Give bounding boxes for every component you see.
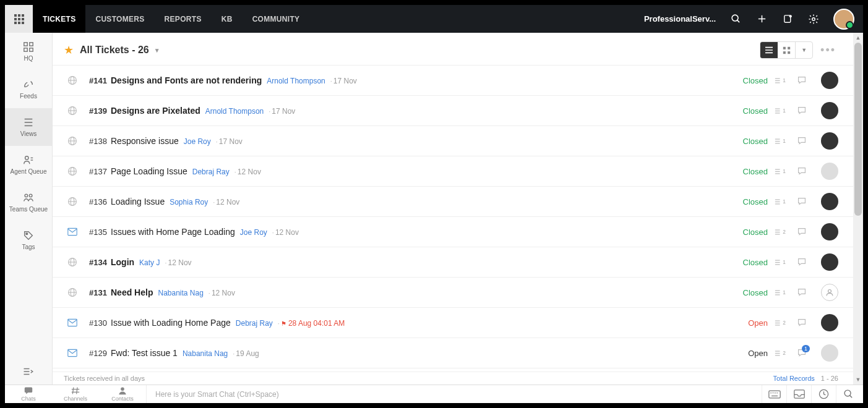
sidebar-item-feeds[interactable]: Feeds [5,70,52,108]
inbox-icon[interactable] [786,385,811,403]
thread-count[interactable]: 2 [768,229,793,236]
sidebar-item-agent-queue[interactable]: Agent Queue [5,146,52,184]
comment-icon[interactable] [793,137,811,145]
assignee-avatar[interactable] [821,163,838,180]
nav-tab-tickets[interactable]: TICKETS [33,5,85,33]
assignee-unassigned-icon[interactable] [821,284,838,301]
total-records-link[interactable]: Total Records [773,375,815,382]
sidebar-item-views[interactable]: Views [5,108,52,146]
ticket-row[interactable]: #139Designs are PixelatedArnold Thompson… [53,95,853,125]
ticket-contact[interactable]: Nabanita Nag [158,289,203,297]
ticket-date: 17 Nov [333,77,357,85]
assignee-avatar[interactable] [821,223,838,240]
ticket-contact[interactable]: Joe Roy [240,228,267,237]
apps-menu-button[interactable] [5,5,33,33]
ticket-status[interactable]: Closed [729,167,768,176]
thread-count[interactable]: 1 [768,77,793,84]
thread-count[interactable]: 1 [768,289,793,296]
ticket-row[interactable]: #130Issue with Loading Home PageDebraj R… [53,307,853,338]
keyboard-shortcuts-icon[interactable] [762,385,786,403]
ticket-row[interactable]: #135Issues with Home Page LoadingJoe Roy… [53,216,853,247]
comment-icon[interactable] [793,318,811,327]
ticket-status[interactable]: Closed [729,76,768,85]
scroll-thumb[interactable] [854,43,862,216]
ticket-row[interactable]: #138Responsive issueJoe Roy· 17 NovClose… [53,125,853,156]
comment-icon[interactable] [793,288,811,297]
ticket-contact[interactable]: Nabanita Nag [183,349,228,358]
sidebar-item-teams-queue[interactable]: Teams Queue [5,184,52,221]
view-title[interactable]: All Tickets - 26 [80,45,149,56]
ticket-contact[interactable]: Joe Roy [184,137,211,146]
ticket-contact[interactable]: Sophia Roy [170,198,208,206]
ticket-status[interactable]: Closed [729,137,768,146]
ticket-row[interactable]: #136Loading IssueSophia Roy· 12 NovClose… [53,186,853,216]
ticket-status[interactable]: Closed [729,288,768,297]
nav-tab-customers[interactable]: CUSTOMERS [85,5,154,33]
vertical-scrollbar[interactable]: ▲ ▼ [853,33,863,385]
grid-view-button[interactable] [778,42,795,58]
ticket-row[interactable]: #131Need HelpNabanita Nag· 12 NovClosed1 [53,277,853,307]
ticket-status[interactable]: Open [729,318,768,328]
thread-count[interactable]: 2 [768,350,793,357]
bottombar-chats[interactable]: Chats [5,386,52,402]
star-icon[interactable]: ★ [64,43,74,57]
comment-icon[interactable]: 1 [793,349,811,357]
ticket-status[interactable]: Closed [729,227,768,237]
ticket-contact[interactable]: Katy J [139,258,160,267]
bottombar-channels[interactable]: Channels [52,386,99,402]
ticket-contact[interactable]: Debraj Ray [236,319,273,328]
assignee-avatar[interactable] [821,344,838,362]
ticket-row[interactable]: #134LoginKaty J· 12 NovClosed1 [53,247,853,277]
smart-chat-input[interactable]: Here is your Smart Chat (Ctrl+Space) [146,385,762,403]
thread-count[interactable]: 1 [768,168,793,175]
comment-icon[interactable] [793,106,811,115]
thread-count[interactable]: 1 [768,138,793,145]
add-icon[interactable] [755,13,768,25]
comment-icon[interactable] [793,167,811,176]
thread-count[interactable]: 1 [768,108,793,114]
bottombar-contacts[interactable]: Contacts [99,386,146,402]
list-view-button[interactable] [760,42,778,58]
ticket-status[interactable]: Closed [729,197,768,206]
ticket-status[interactable]: Open [729,349,768,358]
comment-icon[interactable] [793,197,811,206]
scroll-down-arrow-icon[interactable]: ▼ [853,375,863,385]
nav-tab-kb[interactable]: KB [212,5,243,33]
thread-count[interactable]: 1 [768,259,793,266]
search-bottom-icon[interactable] [836,385,861,403]
notification-icon[interactable] [781,13,794,25]
history-icon[interactable] [811,385,836,403]
ticket-contact[interactable]: Arnold Thompson [267,77,325,85]
view-options-caret[interactable]: ▼ [795,42,812,58]
org-name[interactable]: ProfessionalServ... [644,14,716,23]
user-avatar[interactable] [833,9,854,30]
sidebar-item-hq[interactable]: HQ [5,33,52,70]
thread-count[interactable]: 1 [768,198,793,205]
assignee-avatar[interactable] [821,253,838,271]
search-icon[interactable] [729,13,742,25]
ticket-contact[interactable]: Debraj Ray [192,168,230,176]
ticket-contact[interactable]: Arnold Thompson [205,107,264,116]
ticket-row[interactable]: #137Page Loading IssueDebraj Ray· 12 Nov… [53,156,853,186]
assignee-avatar[interactable] [821,72,838,89]
nav-tab-community[interactable]: COMMUNITY [243,5,310,33]
ticket-row[interactable]: #141Designs and Fonts are not renderingA… [53,65,853,95]
thread-count[interactable]: 2 [768,320,793,326]
more-actions-button[interactable]: ••• [818,44,838,57]
ticket-status[interactable]: Closed [729,258,768,267]
assignee-avatar[interactable] [821,132,838,150]
sidebar-expand-button[interactable] [5,359,52,385]
assignee-avatar[interactable] [821,314,838,331]
comment-icon[interactable] [793,227,811,236]
view-dropdown-caret-icon[interactable]: ▼ [154,47,160,54]
nav-tab-reports[interactable]: REPORTS [155,5,212,33]
ticket-status[interactable]: Closed [729,106,768,116]
comment-icon[interactable] [793,76,811,85]
scroll-up-arrow-icon[interactable]: ▲ [853,33,863,43]
assignee-avatar[interactable] [821,102,838,119]
settings-gear-icon[interactable] [807,13,820,25]
sidebar-item-tags[interactable]: Tags [5,221,52,259]
ticket-row[interactable]: #129Fwd: Test issue 1Nabanita Nag· 19 Au… [53,338,853,368]
comment-icon[interactable] [793,258,811,266]
assignee-avatar[interactable] [821,193,838,210]
